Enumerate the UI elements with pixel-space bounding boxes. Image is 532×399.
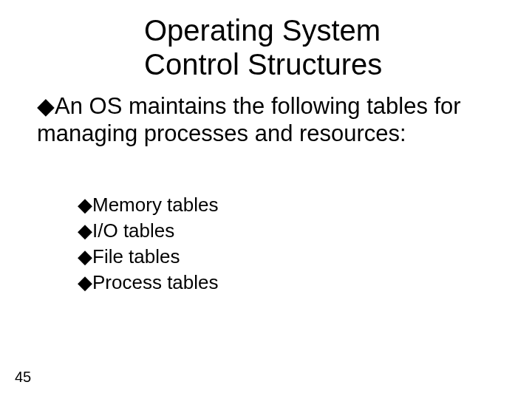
list-item-label: Memory tables [92,194,219,216]
list-item-label: File tables [92,245,180,267]
page-number: 45 [15,369,31,386]
diamond-bullet-icon: ◆ [78,218,92,244]
list-item-label: Process tables [92,271,219,293]
diamond-bullet-icon: ◆ [78,244,92,270]
slide: Operating System Control Structures ◆An … [0,0,532,399]
list-item: ◆Memory tables [78,192,219,218]
slide-title: Operating System Control Structures [144,13,382,81]
intro-text: An OS maintains the following tables for… [37,93,461,146]
intro-paragraph: ◆An OS maintains the following tables fo… [37,93,502,147]
diamond-bullet-icon: ◆ [78,192,92,218]
sub-list: ◆Memory tables ◆I/O tables ◆File tables … [78,192,219,296]
title-line-2: Control Structures [144,48,382,81]
diamond-bullet-icon: ◆ [37,93,55,120]
title-line-1: Operating System [144,14,381,47]
list-item: ◆I/O tables [78,218,219,244]
diamond-bullet-icon: ◆ [78,270,92,296]
list-item: ◆Process tables [78,270,219,296]
list-item-label: I/O tables [92,219,174,242]
list-item: ◆File tables [78,244,219,270]
